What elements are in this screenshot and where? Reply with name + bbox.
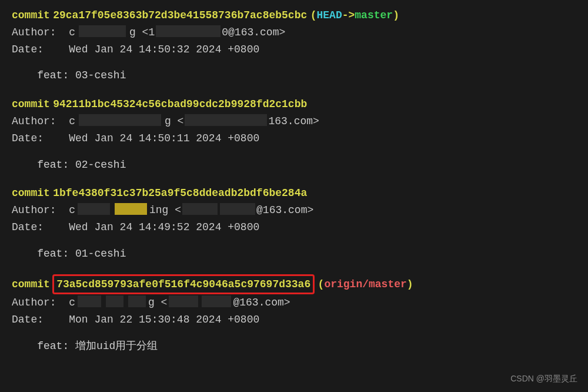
redacted-name xyxy=(79,114,161,126)
commit-label: commit xyxy=(12,7,50,24)
commit-label: commit xyxy=(12,185,50,202)
author-email-suffix: 0@163.com> xyxy=(222,24,285,41)
commit-message: feat: 01-ceshi xyxy=(12,245,576,263)
author-suffix: ing < xyxy=(149,202,181,219)
paren-open: ( xyxy=(318,276,325,293)
date-value: Mon Jan 22 15:30:48 2024 +0800 xyxy=(69,311,259,328)
ref-arrow: -> xyxy=(342,7,355,24)
redacted-name-2 xyxy=(106,295,123,307)
date-line: Date: Wed Jan 24 14:49:52 2024 +0800 xyxy=(12,219,576,236)
redacted-email xyxy=(156,25,220,37)
commit-message: feat: 02-ceshi xyxy=(12,157,576,174)
author-suffix: g < xyxy=(148,294,167,311)
commit-label: commit xyxy=(12,96,50,113)
ref-head: HEAD xyxy=(316,7,342,24)
author-prefix: c xyxy=(69,294,75,311)
redacted-name xyxy=(79,25,126,37)
ref-origin-master: origin/master xyxy=(324,276,406,293)
author-line: Author: c g < 163.com> xyxy=(12,113,576,130)
commit-hash: 29ca17f05e8363b72d3be41558736b7ac8eb5cbc xyxy=(53,7,307,24)
author-email-suffix: @163.com> xyxy=(256,202,313,219)
commit-header-line: commit 1bfe4380f31c37b25a9f5c8ddeadb2bdf… xyxy=(12,185,576,202)
redacted-email xyxy=(185,114,267,126)
commit-label: commit xyxy=(12,276,50,293)
commit-hash: 1bfe4380f31c37b25a9f5c8ddeadb2bdf6be284a xyxy=(53,185,307,202)
redacted-name-3 xyxy=(128,295,146,307)
redacted-email-1 xyxy=(169,295,198,307)
author-suffix: g <1 xyxy=(129,24,155,41)
date-value: Wed Jan 24 14:50:11 2024 +0800 xyxy=(69,130,259,147)
author-line: Author: c g <1 0@163.com> xyxy=(12,24,576,41)
commit-header-line: commit 29ca17f05e8363b72d3be41558736b7ac… xyxy=(12,7,576,24)
commit-header-line: commit 94211b1bc45324c56cbad99cdc2b9928f… xyxy=(12,96,576,113)
author-suffix: g < xyxy=(165,113,183,130)
watermark: CSDN @羽墨灵丘 xyxy=(510,372,577,385)
author-email-suffix: 163.com> xyxy=(268,113,319,130)
commit-entry-2: commit 94211b1bc45324c56cbad99cdc2b9928f… xyxy=(12,96,576,173)
redacted-name-2 xyxy=(115,203,147,215)
date-label: Date: xyxy=(12,219,69,236)
commit-message: feat: 增加uid用于分组 xyxy=(12,338,576,355)
commit-message: feat: 03-ceshi xyxy=(12,67,576,84)
date-line: Date: Mon Jan 22 15:30:48 2024 +0800 xyxy=(12,311,576,328)
paren-close: ) xyxy=(393,7,399,24)
ref-master: master xyxy=(355,7,393,24)
redacted-name-1 xyxy=(78,203,110,215)
highlighted-hash-box: 73a5cd859793afe0f516f4c9046a5c97697d33a6 xyxy=(52,274,315,295)
author-prefix: c xyxy=(69,202,75,219)
commit-hash: 94211b1bc45324c56cbad99cdc2b9928fd2c1cbb xyxy=(53,96,307,113)
redacted-name-1 xyxy=(78,295,101,307)
commit-hash: 73a5cd859793afe0f516f4c9046a5c97697d33a6 xyxy=(56,278,310,290)
author-label: Author: xyxy=(12,113,69,130)
date-line: Date: Wed Jan 24 14:50:11 2024 +0800 xyxy=(12,130,576,147)
author-label: Author: xyxy=(12,24,69,41)
author-label: Author: xyxy=(12,294,69,311)
commit-entry-3: commit 1bfe4380f31c37b25a9f5c8ddeadb2bdf… xyxy=(12,185,576,262)
date-label: Date: xyxy=(12,311,69,328)
author-line: Author: c ing < @163.com> xyxy=(12,202,576,219)
date-line: Date: Wed Jan 24 14:50:32 2024 +0800 xyxy=(12,41,576,58)
commit-entry-4: commit 73a5cd859793afe0f516f4c9046a5c976… xyxy=(12,274,576,355)
date-value: Wed Jan 24 14:49:52 2024 +0800 xyxy=(69,219,259,236)
author-prefix: c xyxy=(69,113,75,130)
paren-close: ) xyxy=(407,276,413,293)
author-label: Author: xyxy=(12,202,69,219)
commit-header-line: commit 73a5cd859793afe0f516f4c9046a5c976… xyxy=(12,274,576,295)
redacted-email-2 xyxy=(202,295,231,307)
author-prefix: c xyxy=(69,24,75,41)
redacted-email-1 xyxy=(182,203,218,215)
date-label: Date: xyxy=(12,130,69,147)
commit-entry-1: commit 29ca17f05e8363b72d3be41558736b7ac… xyxy=(12,7,576,84)
date-label: Date: xyxy=(12,41,69,58)
date-value: Wed Jan 24 14:50:32 2024 +0800 xyxy=(69,41,259,58)
author-line: Author: c g < @163.com> xyxy=(12,294,576,311)
paren-open: ( xyxy=(310,7,317,24)
redacted-email-2 xyxy=(220,203,255,215)
author-email-suffix: @163.com> xyxy=(233,294,290,311)
